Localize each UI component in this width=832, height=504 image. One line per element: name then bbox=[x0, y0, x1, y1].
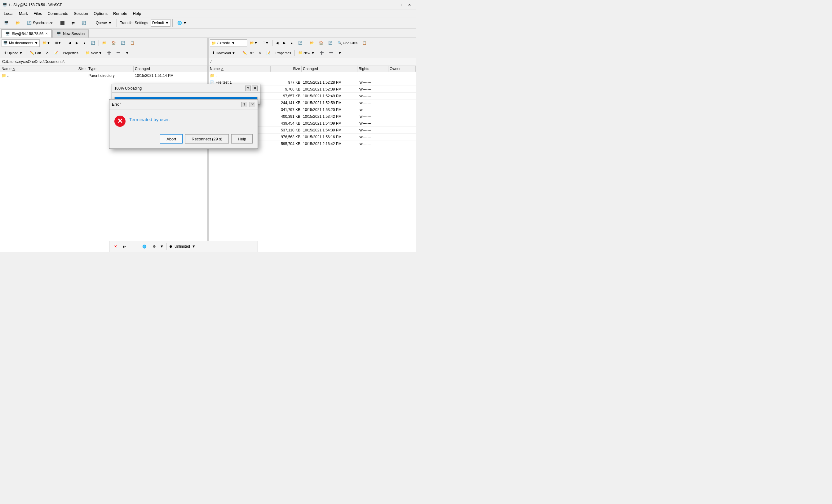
transfer-button[interactable]: ⇄ bbox=[69, 19, 78, 27]
right-root-button[interactable]: 📂 bbox=[308, 39, 316, 47]
reconnect-button[interactable]: Reconnect (29 s) bbox=[185, 134, 229, 143]
right-forward-button[interactable]: ▶ bbox=[281, 39, 288, 47]
title-bar: 🖥️ / - Sky@54.158.78.56 - WinSCP ─ □ ✕ bbox=[0, 0, 416, 10]
menu-help[interactable]: Help bbox=[130, 10, 144, 17]
menu-session[interactable]: Session bbox=[71, 10, 90, 17]
left-root-button[interactable]: 📂 bbox=[100, 39, 109, 47]
upload-button[interactable]: ⬆ Upload ▼ bbox=[2, 49, 25, 57]
right-up-button[interactable]: ▲ bbox=[288, 39, 296, 47]
right-col-rights-header[interactable]: Rights bbox=[357, 66, 388, 72]
right-clipboard-button[interactable]: 📋 bbox=[360, 39, 369, 47]
left-file-row-0[interactable]: 📁 .. Parent directory 10/15/2021 1:51:14… bbox=[0, 72, 207, 79]
terminal-button[interactable]: ⬛ bbox=[57, 19, 68, 27]
right-rename-button[interactable]: 📝 bbox=[264, 49, 273, 57]
abort-button[interactable]: Abort bbox=[160, 134, 183, 143]
menu-local[interactable]: Local bbox=[1, 10, 16, 17]
queue-settings-button[interactable]: ⚙ bbox=[151, 243, 158, 250]
left-filter-button[interactable]: ⊞▼ bbox=[53, 39, 63, 47]
upload-dialog-help-button[interactable]: ? bbox=[245, 85, 251, 91]
tab-bar: 🖥️ Sky@54.158.78.56 ✕ 🖥️ New Session bbox=[0, 28, 416, 38]
queue-pause-button[interactable]: 🌐 bbox=[140, 243, 149, 250]
find-files-button[interactable]: 🔍 Find Files bbox=[335, 39, 360, 47]
tab-newsession[interactable]: 🖥️ New Session bbox=[52, 29, 89, 37]
left-up-button[interactable]: ▲ bbox=[81, 39, 88, 47]
left-new-button[interactable]: 📁 New ▼ bbox=[83, 49, 104, 57]
right-more-button[interactable]: ▼ bbox=[336, 49, 344, 57]
queue-skip-button[interactable]: ⏭ bbox=[121, 243, 129, 250]
help-button[interactable]: Help bbox=[231, 134, 253, 143]
queue-button[interactable]: Queue ▼ bbox=[93, 19, 115, 27]
left-open-button[interactable]: 📂▼ bbox=[40, 39, 52, 47]
left-panel-action-toolbar: ⬆ Upload ▼ ✏️ Edit ✕ 📝 Properties 📁 New bbox=[0, 48, 207, 58]
left-col-size-header[interactable]: Size bbox=[62, 66, 87, 72]
left-refresh2-button[interactable]: 🔃 bbox=[119, 39, 127, 47]
left-back-button[interactable]: ◀ bbox=[66, 39, 73, 47]
sort-icon: △ bbox=[12, 67, 15, 71]
left-home-button[interactable]: 🏠 bbox=[109, 39, 118, 47]
right-col-name-header[interactable]: Name △ bbox=[209, 66, 270, 72]
right-refresh-button[interactable]: 🔃 bbox=[296, 39, 305, 47]
left-col-type-header[interactable]: Type bbox=[87, 66, 134, 72]
minimize-button[interactable]: ─ bbox=[387, 2, 395, 8]
left-panel-location-combo[interactable]: 🖥️ My documents ▼ bbox=[2, 39, 40, 47]
right-delete-button[interactable]: ✕ bbox=[256, 49, 263, 57]
error-dialog-title: Error bbox=[112, 102, 121, 107]
left-col-changed-header[interactable]: Changed bbox=[134, 66, 207, 72]
upload-dialog-close-button[interactable]: ✕ bbox=[252, 85, 258, 91]
left-add-button[interactable]: ➕ bbox=[105, 49, 113, 57]
open-dir-button[interactable]: 📂 bbox=[13, 19, 23, 27]
menu-mark[interactable]: Mark bbox=[17, 10, 30, 17]
right-col-owner-header[interactable]: Owner bbox=[388, 66, 416, 72]
left-forward-button[interactable]: ▶ bbox=[74, 39, 80, 47]
right-sort-icon: △ bbox=[221, 67, 224, 71]
close-button[interactable]: ✕ bbox=[406, 2, 414, 8]
left-rename-button[interactable]: 📝 bbox=[51, 49, 60, 57]
right-rights-header-text: Rights bbox=[359, 67, 369, 71]
tab-session1[interactable]: 🖥️ Sky@54.158.78.56 ✕ bbox=[1, 29, 52, 37]
right-filter-button[interactable]: ⊞▼ bbox=[260, 39, 271, 47]
right-col-size-header[interactable]: Size bbox=[270, 66, 302, 72]
bookmark-button[interactable]: 🌐 ▼ bbox=[175, 19, 190, 27]
edit-icon: ✏️ bbox=[30, 51, 34, 55]
synchronize-button[interactable]: 🔄 Synchronize bbox=[24, 19, 56, 27]
left-more-button[interactable]: ▼ bbox=[123, 49, 131, 57]
menu-remote[interactable]: Remote bbox=[111, 10, 130, 17]
left-col-name-header[interactable]: Name △ bbox=[0, 66, 62, 72]
new-connection-button[interactable]: 🖥️ bbox=[1, 19, 11, 27]
left-properties-button[interactable]: Properties bbox=[61, 49, 81, 57]
right-properties-button[interactable]: Properties bbox=[274, 49, 293, 57]
synchronize-label: Synchronize bbox=[33, 21, 53, 25]
right-back-button[interactable]: ◀ bbox=[274, 39, 281, 47]
upload-dialog-title-text: 100% Uploading bbox=[114, 86, 142, 90]
left-edit-button[interactable]: ✏️ Edit bbox=[28, 49, 43, 57]
right-panel-location-combo[interactable]: 📁 / <root> ▼ bbox=[210, 39, 247, 47]
left-file-changed-0: 10/15/2021 1:51:14 PM bbox=[134, 73, 207, 78]
queue-minimize-button[interactable]: — bbox=[130, 243, 138, 250]
queue-cancel-button[interactable]: ✕ bbox=[112, 243, 119, 250]
left-refresh-button[interactable]: 🔃 bbox=[89, 39, 97, 47]
right-col-changed-header[interactable]: Changed bbox=[302, 66, 357, 72]
transfer-default-combo[interactable]: Default ▼ bbox=[151, 19, 171, 27]
maximize-button[interactable]: □ bbox=[396, 2, 404, 8]
right-file-row-0[interactable]: 📁 .. bbox=[209, 72, 416, 79]
tab-session1-close[interactable]: ✕ bbox=[45, 32, 48, 35]
left-delete-button[interactable]: ✕ bbox=[44, 49, 51, 57]
right-home-button[interactable]: 🏠 bbox=[317, 39, 326, 47]
right-add-button[interactable]: ➕ bbox=[317, 49, 326, 57]
right-edit-button[interactable]: ✏️ Edit bbox=[240, 49, 256, 57]
refresh-button[interactable]: 🔃 bbox=[79, 19, 89, 27]
right-refresh2-button[interactable]: 🔃 bbox=[326, 39, 335, 47]
right-file-size-8: 537,110 KB bbox=[270, 127, 302, 133]
sep2 bbox=[294, 50, 295, 56]
right-open-button[interactable]: 📂▼ bbox=[248, 39, 260, 47]
menu-options[interactable]: Options bbox=[91, 10, 110, 17]
left-minus-button[interactable]: ➖ bbox=[114, 49, 123, 57]
error-dialog-help-button[interactable]: ? bbox=[241, 102, 247, 107]
error-dialog-close-button[interactable]: ✕ bbox=[250, 102, 255, 107]
download-button[interactable]: ⬇ Download ▼ bbox=[210, 49, 237, 57]
right-new-button[interactable]: 📁 New ▼ bbox=[296, 49, 317, 57]
menu-commands[interactable]: Commands bbox=[45, 10, 70, 17]
right-minus-button[interactable]: ➖ bbox=[327, 49, 335, 57]
menu-files[interactable]: Files bbox=[31, 10, 44, 17]
left-clipboard-button[interactable]: 📋 bbox=[128, 39, 137, 47]
